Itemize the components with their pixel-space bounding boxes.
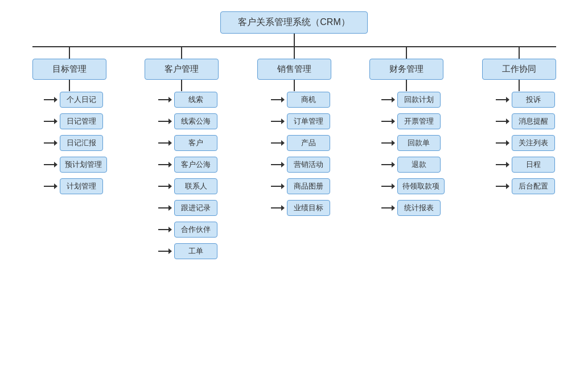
child-node: 计划管理: [60, 178, 103, 194]
col-header-col2: 客户管理: [145, 59, 219, 80]
arrow-icon: [281, 97, 285, 103]
arrow-icon: [168, 162, 172, 167]
col-vline-mid-col5: [519, 80, 520, 91]
arrow-icon: [281, 118, 285, 124]
child-item: 投诉: [496, 91, 555, 108]
child-item: 产品: [271, 134, 330, 152]
h-connector: [158, 229, 168, 230]
child-item: 客户: [158, 134, 217, 152]
arrow-icon: [168, 97, 172, 103]
child-item: 合作伙伴: [158, 221, 217, 238]
child-node: 回款计划: [397, 92, 441, 108]
h-connector: [271, 99, 281, 100]
child-node: 工单: [174, 243, 217, 259]
arrow-icon: [168, 205, 172, 211]
child-item: 待领取款项: [381, 178, 445, 195]
h-connector: [381, 142, 392, 144]
col-vline-mid-col1: [69, 80, 70, 91]
child-item: 跟进记录: [158, 199, 217, 216]
arrow-icon: [506, 97, 509, 103]
child-item: 联系人: [158, 178, 217, 195]
child-node: 统计报表: [397, 200, 441, 216]
children-wrapper-col2: 线索线索公海客户客户公海联系人跟进记录合作伙伴工单: [146, 91, 217, 260]
h-connector: [44, 164, 54, 165]
h-connector: [44, 99, 54, 100]
h-connector: [271, 142, 281, 144]
child-node: 日记汇报: [60, 135, 103, 151]
child-node: 退款: [397, 157, 441, 173]
child-item: 回款计划: [381, 91, 445, 108]
h-connector: [381, 99, 392, 100]
arrow-icon: [168, 227, 172, 232]
arrow-icon: [281, 140, 285, 146]
arrow-icon: [281, 162, 285, 167]
col-vline-top-col5: [519, 47, 520, 59]
child-item: 订单管理: [271, 113, 330, 130]
col-header-col5: 工作协同: [482, 59, 556, 80]
root-row: 客户关系管理系统（CRM）: [220, 11, 367, 34]
arrow-icon: [168, 248, 172, 254]
child-node: 商机: [287, 92, 330, 108]
child-node: 回款单: [397, 135, 441, 151]
children-items-col4: 回款计划开票管理回款单退款待领取款项统计报表: [381, 91, 445, 216]
h-connector: [381, 121, 392, 122]
children-wrapper-col5: 投诉消息提醒关注列表日程后台配置: [483, 91, 555, 195]
col-vline-mid-col2: [181, 80, 182, 91]
arrow-icon: [392, 205, 395, 211]
children-items-col3: 商机订单管理产品营销活动商品图册业绩目标: [271, 91, 330, 216]
child-node: 预计划管理: [60, 157, 107, 173]
arrow-icon: [392, 162, 395, 167]
col-vline-mid-col4: [406, 80, 407, 91]
child-item: 客户公海: [158, 156, 217, 173]
col-vline-top-col3: [294, 47, 295, 59]
child-item: 消息提醒: [496, 113, 555, 130]
h-connector: [158, 121, 168, 122]
arrow-icon: [281, 183, 285, 189]
arrow-icon: [392, 97, 395, 103]
arrow-icon: [392, 118, 395, 124]
arrow-icon: [54, 97, 57, 103]
children-items-col5: 投诉消息提醒关注列表日程后台配置: [496, 91, 555, 195]
arrow-icon: [392, 183, 395, 189]
child-node: 订单管理: [287, 113, 330, 129]
child-item: 营销活动: [271, 156, 330, 173]
h-connector: [381, 207, 392, 208]
child-node: 投诉: [512, 92, 555, 108]
h-connector: [496, 142, 506, 144]
child-node: 产品: [287, 135, 330, 151]
children-wrapper-col4: 回款计划开票管理回款单退款待领取款项统计报表: [369, 91, 445, 216]
h-connector: [44, 142, 54, 144]
column-col3: 销售管理商机订单管理产品营销活动商品图册业绩目标: [246, 47, 343, 216]
child-item: 商品图册: [271, 178, 330, 195]
child-node: 关注列表: [512, 135, 555, 151]
child-item: 个人日记: [44, 91, 107, 108]
child-node: 后台配置: [512, 178, 555, 194]
arrow-icon: [506, 183, 509, 189]
child-item: 日程: [496, 156, 555, 173]
arrow-icon: [506, 140, 509, 146]
col-header-col3: 销售管理: [257, 59, 331, 80]
column-col2: 客户管理线索线索公海客户客户公海联系人跟进记录合作伙伴工单: [133, 47, 230, 260]
child-node: 开票管理: [397, 113, 441, 129]
hline: [32, 46, 556, 47]
h-connector: [496, 121, 506, 122]
child-node: 日程: [512, 157, 555, 173]
h-connector: [44, 121, 54, 122]
child-node: 线索公海: [174, 113, 217, 129]
h-connector: [158, 142, 168, 144]
child-node: 待领取款项: [397, 178, 445, 194]
h-connector: [158, 251, 168, 252]
h-connector: [271, 186, 281, 187]
arrow-icon: [54, 183, 57, 189]
child-node: 消息提醒: [512, 113, 555, 129]
child-item: 日记汇报: [44, 134, 107, 152]
col-vline-top-col4: [406, 47, 407, 59]
children-items-col2: 线索线索公海客户客户公海联系人跟进记录合作伙伴工单: [158, 91, 217, 260]
arrow-icon: [506, 162, 509, 167]
arrow-icon: [392, 140, 395, 146]
child-node: 日记管理: [60, 113, 103, 129]
arrow-icon: [168, 183, 172, 189]
arrow-icon: [281, 205, 285, 211]
child-node: 业绩目标: [287, 200, 330, 216]
h-connector: [271, 207, 281, 208]
